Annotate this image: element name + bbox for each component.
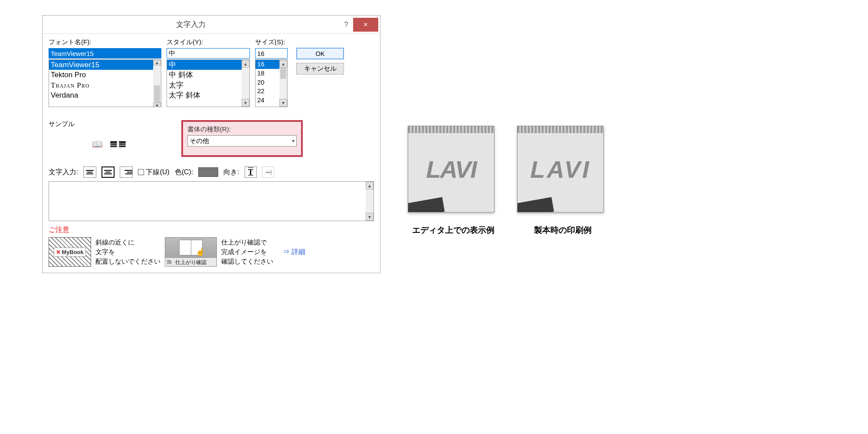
style-input[interactable]: [167, 48, 250, 59]
scroll-up-icon[interactable]: ▲: [366, 182, 373, 189]
size-option[interactable]: 20: [255, 78, 279, 87]
script-label: 書体の種類(R):: [187, 125, 297, 134]
editor-preview-image: LAVI: [408, 126, 495, 212]
dialog-title: 文字入力: [43, 20, 339, 29]
script-select[interactable]: その他 ▾: [187, 135, 297, 147]
style-scrollbar[interactable]: ▲ ▼: [242, 60, 249, 107]
text-format-row: 文字入力: 下線(U) 色(C): 向き: T T: [49, 166, 374, 178]
print-preview-caption: 製本時の印刷例: [517, 225, 608, 236]
size-option[interactable]: 22: [255, 87, 279, 96]
scroll-up-icon[interactable]: ▲: [242, 60, 249, 68]
style-listbox[interactable]: 中 中 斜体 太字 太字 斜体 ▲ ▼: [167, 59, 250, 107]
dialog-body: フォント名(F): TeamViewer15 Tekton Pro Trajan…: [43, 34, 380, 273]
style-option[interactable]: 太字: [167, 80, 242, 90]
x-icon: ✕: [56, 249, 61, 255]
sample-preview: 📖 𝌆𝌆: [49, 131, 170, 157]
close-button[interactable]: ×: [353, 18, 378, 32]
details-link[interactable]: ⇒ 詳細: [283, 248, 305, 257]
font-listbox[interactable]: TeamViewer15 Tekton Pro Trajan Pro Verda…: [49, 59, 161, 107]
scroll-down-icon[interactable]: ▼: [279, 99, 287, 107]
mybook-badge: ✕MyBook: [54, 248, 86, 257]
print-preview-image: LAVI: [517, 126, 604, 212]
orientation-vertical-button[interactable]: T: [262, 166, 274, 178]
style-label: スタイル(Y):: [167, 38, 250, 46]
scroll-thumb[interactable]: [280, 68, 286, 79]
font-option[interactable]: TeamViewer15: [49, 60, 153, 70]
wedge-decoration: [517, 197, 554, 212]
orientation-horizontal-button[interactable]: T: [245, 166, 257, 178]
stripe-decoration: [408, 126, 494, 133]
script-type-group: 書体の種類(R): その他 ▾: [181, 120, 303, 157]
cursor-icon: ☝: [196, 247, 205, 257]
close-icon: ×: [364, 21, 367, 29]
size-option[interactable]: 26: [255, 105, 279, 107]
textinput-label: 文字入力:: [49, 168, 78, 177]
sample-group: サンプル 📖 𝌆𝌆: [49, 120, 170, 157]
scroll-thumb[interactable]: [154, 85, 160, 103]
orientation-label: 向き:: [223, 168, 239, 177]
scroll-down-icon[interactable]: ▼: [153, 103, 161, 107]
style-option[interactable]: 中: [167, 60, 242, 70]
font-option[interactable]: Verdana: [49, 90, 153, 100]
color-swatch-button[interactable]: [198, 167, 218, 177]
font-name-input[interactable]: [49, 48, 161, 59]
text-input-dialog: 文字入力 ? × フォント名(F): TeamViewer15 Tekton P…: [42, 15, 380, 273]
textarea-scrollbar[interactable]: ▲ ▼: [366, 182, 373, 221]
ok-button[interactable]: OK: [296, 48, 344, 59]
font-option[interactable]: Tekton Pro: [49, 70, 153, 80]
help-button[interactable]: ?: [339, 21, 353, 29]
caution-thumb-preview: ☝ 仕上がり確認 除: [165, 237, 217, 267]
align-left-button[interactable]: [83, 166, 96, 178]
scroll-up-icon[interactable]: ▲: [279, 60, 287, 68]
font-style-size-row: フォント名(F): TeamViewer15 Tekton Pro Trajan…: [49, 38, 374, 107]
align-right-button[interactable]: [120, 166, 133, 178]
size-scrollbar[interactable]: ▲ ▼: [279, 60, 287, 107]
preview-button-label: 仕上がり確認: [165, 258, 216, 266]
chevron-down-icon: ▾: [292, 138, 295, 144]
sample-glyph-icon: 📖 𝌆𝌆: [92, 139, 127, 149]
script-value: その他: [190, 137, 209, 145]
titlebar: 文字入力 ? ×: [43, 16, 380, 34]
sample-label: サンプル: [49, 120, 170, 128]
font-scrollbar[interactable]: ▲ ▼: [153, 60, 161, 107]
font-column: フォント名(F): TeamViewer15 Tekton Pro Trajan…: [49, 38, 161, 107]
caution-text-1: 斜線の近くに 文字を 配置しないでください: [95, 238, 160, 266]
checkbox-icon: [138, 169, 144, 175]
editor-preview-column: LAVI エディタ上での表示例: [408, 126, 499, 236]
sample-script-row: サンプル 📖 𝌆𝌆 書体の種類(R): その他 ▾: [49, 120, 374, 157]
caution-title: ご注意: [49, 225, 374, 235]
size-option[interactable]: 18: [255, 69, 279, 78]
print-preview-column: LAVI 製本時の印刷例: [517, 126, 608, 236]
wedge-decoration: [408, 197, 445, 212]
align-center-button[interactable]: [102, 166, 115, 178]
font-label: フォント名(F):: [49, 38, 161, 46]
delete-label: 除: [166, 259, 173, 265]
style-column: スタイル(Y): 中 中 斜体 太字 太字 斜体 ▲ ▼: [167, 38, 250, 107]
comparison-panel: LAVI エディタ上での表示例 LAVI 製本時の印刷例: [408, 126, 608, 236]
font-option[interactable]: Trajan Pro: [49, 80, 153, 90]
editor-preview-caption: エディタ上での表示例: [408, 225, 499, 236]
underline-label: 下線(U): [146, 168, 169, 177]
scroll-up-icon[interactable]: ▲: [153, 60, 161, 65]
text-input-area[interactable]: ▲ ▼: [49, 181, 374, 221]
underline-checkbox[interactable]: 下線(U): [138, 168, 169, 177]
size-label: サイズ(S):: [255, 38, 288, 46]
size-column: サイズ(S): 16 18 20 22 24 26 28 ▲: [255, 38, 288, 107]
editor-preview-text: LAVI: [426, 155, 476, 183]
caution-section: ご注意 ✕MyBook 斜線の近くに 文字を 配置しないでください ☝: [49, 225, 374, 267]
print-preview-text: LAVI: [530, 155, 590, 183]
style-option[interactable]: 中 斜体: [167, 70, 242, 80]
caution-text-2: 仕上がり確認で 完成イメージを 確認してください: [221, 238, 273, 266]
scroll-down-icon[interactable]: ▼: [366, 213, 373, 221]
style-option[interactable]: 太字 斜体: [167, 90, 242, 100]
cancel-button[interactable]: キャンセル: [296, 63, 344, 75]
caution-row: ✕MyBook 斜線の近くに 文字を 配置しないでください ☝ 仕上がり確認 除: [49, 237, 374, 267]
color-label: 色(C):: [175, 168, 193, 177]
dialog-buttons: OK キャンセル: [296, 38, 344, 107]
size-input[interactable]: [255, 48, 288, 59]
stripe-decoration: [518, 126, 603, 133]
size-listbox[interactable]: 16 18 20 22 24 26 28 ▲ ▼: [255, 59, 288, 107]
size-option[interactable]: 24: [255, 96, 279, 105]
size-option[interactable]: 16: [255, 60, 279, 69]
scroll-down-icon[interactable]: ▼: [242, 99, 249, 107]
